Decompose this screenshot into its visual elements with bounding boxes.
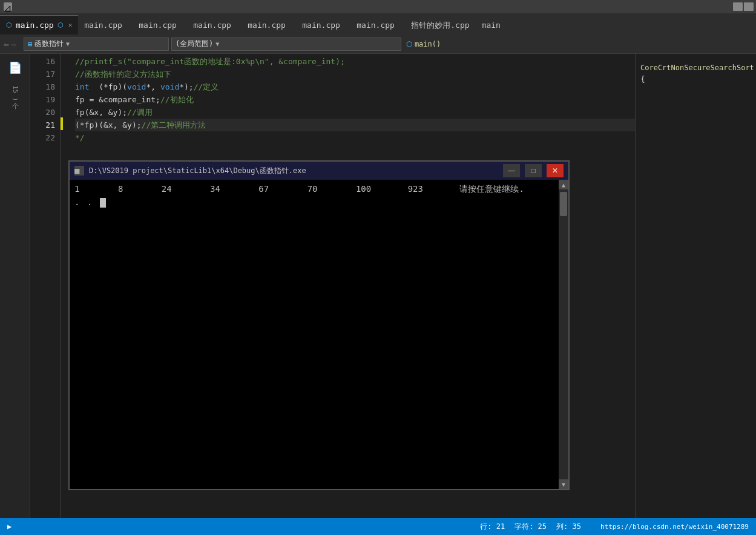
col-label: 列: 35 (556, 522, 581, 532)
pin-icon[interactable]: ⊿ (4, 2, 12, 11)
console-body: 1 8 24 34 67 70 100 923 请按任意键继续. . . (70, 180, 568, 489)
console-num-2: 8 (118, 184, 123, 194)
tab-zhizhen[interactable]: 指针的妙用.cpp (405, 15, 475, 34)
line-num-21: 21 (30, 119, 55, 131)
console-num-4: 34 (210, 184, 220, 194)
tab-modified-indicator: ⬡ (58, 21, 64, 29)
scroll-up-arrow[interactable]: ▲ (559, 180, 568, 189)
close-button[interactable] (744, 2, 754, 11)
tab-label-3: main.cpp (139, 21, 177, 30)
function-dropdown-icon: ⊞ (28, 40, 32, 48)
code-line-17: //函数指针的定义方法如下 (75, 68, 635, 80)
line-num-20: 20 (30, 106, 55, 119)
scope-icon: ⬡ (406, 40, 412, 48)
tab-4[interactable]: main.cpp (187, 15, 242, 34)
code-line-20: fp(&x, &y);//调用 (75, 106, 635, 119)
tab-2[interactable]: main.cpp (78, 15, 133, 34)
line-num-22: 22 (30, 131, 55, 144)
tab-label-main: main (482, 21, 501, 30)
title-bar: ⊿ (0, 0, 756, 13)
code-line-19: fp = &compare_int;//初始化 (75, 93, 635, 106)
chevron-down-icon: ▼ (66, 41, 70, 47)
tab-close-button[interactable]: ✕ (68, 21, 73, 29)
status-row: 行: 21 (480, 522, 505, 532)
yellow-marker-21 (61, 117, 63, 130)
code-line-21: (*fp)(&x, &y);//第二种调用方法 (75, 119, 635, 131)
scope-dropdown-label: (全局范围) (176, 39, 213, 49)
tab-3[interactable]: main.cpp (133, 15, 187, 34)
row-label: 行: 21 (480, 522, 505, 532)
tab-7[interactable]: main.cpp (350, 15, 405, 34)
console-maximize-button[interactable]: □ (525, 164, 542, 177)
right-code-line1: CoreCrtNonSecureSearchSort (640, 64, 751, 72)
line-num-17: 17 (30, 68, 55, 80)
tab-label-zhizhen: 指针的妙用.cpp (411, 20, 469, 31)
code-line-22: */ (75, 131, 635, 144)
console-prompt: 请按任意键继续. (459, 184, 524, 194)
status-bar: ▶ 行: 21 字符: 25 列: 35 https://blog.csdn.n… (0, 518, 756, 535)
line-num-18: 18 (30, 80, 55, 93)
marker-spacer-4 (61, 92, 65, 105)
tab-icon: ⬡ (6, 21, 12, 29)
console-num-1: 1 (74, 184, 79, 194)
status-col: 列: 35 (556, 522, 581, 532)
tab-5[interactable]: main.cpp (242, 15, 296, 34)
code-line-16: //printf_s("compare_int函数的地址是:0x%p\n", &… (75, 55, 635, 68)
nav-bar: ⇦ ⇨ ⊞ 函数指针 ▼ (全局范围) ▼ ⬡ main() (0, 34, 756, 54)
function-dropdown-label: 函数指针 (35, 39, 64, 49)
tab-label-4: main.cpp (193, 21, 231, 30)
right-panel: CoreCrtNonSecureSearchSort { (635, 54, 756, 518)
marker-column (61, 54, 65, 518)
console-num-5: 67 (258, 184, 269, 194)
tab-main-cpp-active[interactable]: ⬡ main.cpp ⬡ ✕ (0, 15, 78, 34)
console-num-3: 24 (162, 184, 172, 194)
console-dot2: . (87, 197, 92, 207)
console-minimize-button[interactable]: — (503, 164, 520, 177)
function-dropdown[interactable]: ⊞ 函数指针 ▼ (24, 38, 169, 51)
left-sidebar: 📄 15 个) (0, 54, 30, 518)
console-output-numbers: 1 8 24 34 67 70 100 923 请按任意键继续. (74, 182, 564, 195)
tab-label-5: main.cpp (248, 21, 286, 30)
tab-6[interactable]: main.cpp (296, 15, 350, 34)
sidebar-count: 15 个) (10, 85, 19, 102)
right-code-line2: { (640, 74, 751, 84)
status-url: https://blog.csdn.net/weixin_40071289 (600, 523, 749, 531)
console-num-8: 923 (408, 184, 423, 194)
code-line-18: int (*fp)(void*, void*);//定义 (75, 80, 635, 93)
console-cursor-line: . . (74, 195, 564, 209)
sidebar-icon-files[interactable]: 📄 (4, 56, 26, 78)
status-char: 字符: 25 (514, 522, 547, 532)
arrow-icon: ▶ (7, 522, 12, 531)
tab-bar: ⬡ main.cpp ⬡ ✕ main.cpp main.cpp main.cp… (0, 13, 756, 34)
console-close-button[interactable]: ✕ (547, 164, 564, 177)
marker-spacer-7 (61, 130, 65, 143)
line-num-19: 19 (30, 93, 55, 106)
status-arrow[interactable]: ▶ (7, 522, 12, 531)
scroll-thumb[interactable] (560, 192, 567, 216)
tab-label-2: main.cpp (84, 21, 122, 30)
console-title-bar: ■ D:\VS2019 project\StaticLib1\x64\Debug… (70, 162, 568, 180)
console-title: D:\VS2019 project\StaticLib1\x64\Debug\函… (89, 166, 498, 176)
scroll-down-arrow[interactable]: ▼ (559, 479, 568, 489)
function-scope-label: main() (415, 40, 441, 48)
console-dot1: . (74, 197, 79, 207)
console-cursor (100, 198, 106, 208)
tab-label-6: main.cpp (302, 21, 340, 30)
console-num-6: 70 (307, 184, 318, 194)
minimize-button[interactable] (733, 2, 743, 11)
marker-spacer-5 (61, 105, 65, 117)
scope-dropdown[interactable]: (全局范围) ▼ (171, 38, 401, 51)
marker-spacer-1 (61, 54, 65, 67)
char-label: 字符: 25 (514, 522, 547, 532)
marker-spacer-2 (61, 67, 65, 79)
console-scrollbar[interactable]: ▲ ▼ (559, 180, 568, 489)
tab-main[interactable]: main (476, 15, 530, 34)
nav-icon-2[interactable]: ⇨ (11, 39, 16, 49)
console-window[interactable]: ■ D:\VS2019 project\StaticLib1\x64\Debug… (68, 160, 570, 490)
console-icon: ■ (74, 166, 84, 176)
console-num-7: 100 (356, 184, 371, 194)
chevron-down-icon-2: ▼ (215, 41, 219, 47)
nav-icon-1[interactable]: ⇦ (4, 39, 8, 49)
tab-label: main.cpp (16, 21, 54, 30)
tab-label-7: main.cpp (357, 21, 395, 30)
